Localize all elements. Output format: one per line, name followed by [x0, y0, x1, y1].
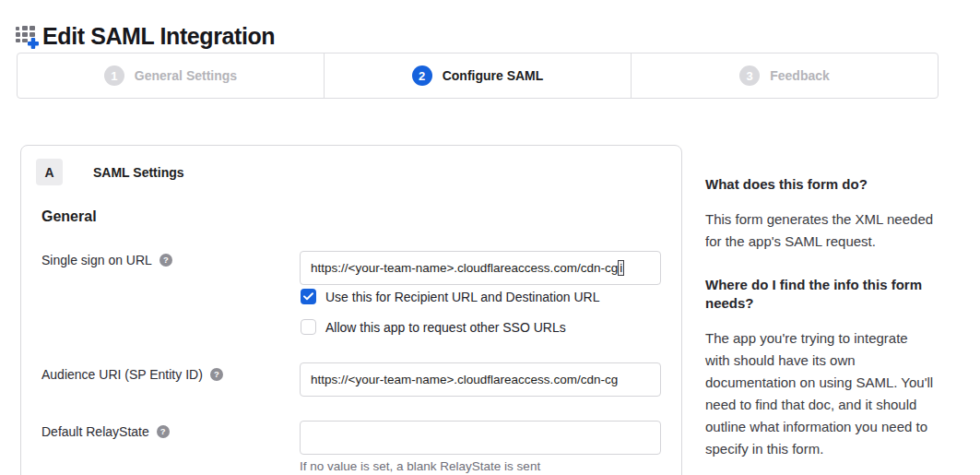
- relay-state-help-text: If no value is set, a blank RelayState i…: [300, 459, 540, 473]
- other-sso-checkbox-row[interactable]: Allow this app to request other SSO URLs: [301, 319, 566, 335]
- unchecked-checkbox-icon[interactable]: [301, 319, 316, 335]
- sidebar-answer-1: This form generates the XML needed for t…: [705, 208, 936, 253]
- text-cursor: i: [618, 260, 624, 276]
- sidebar-question-1: What does this form do?: [705, 175, 936, 194]
- section-badge: A: [36, 159, 63, 185]
- help-icon[interactable]: ?: [157, 425, 170, 438]
- sidebar-question-2: Where do I find the info this form needs…: [705, 276, 936, 313]
- step-general-settings[interactable]: 1 General Settings: [18, 53, 325, 98]
- help-icon[interactable]: ?: [159, 254, 172, 267]
- help-icon[interactable]: ?: [210, 368, 223, 381]
- audience-uri-input[interactable]: [300, 362, 661, 397]
- step-number-badge: 1: [104, 65, 124, 86]
- saml-settings-panel: A SAML Settings General Single sign on U…: [20, 145, 682, 475]
- step-configure-saml[interactable]: 2 Configure SAML: [325, 53, 632, 98]
- section-title: SAML Settings: [93, 165, 184, 180]
- recipient-url-checkbox-label: Use this for Recipient URL and Destinati…: [325, 290, 600, 304]
- group-heading-general: General: [41, 208, 97, 225]
- step-label: General Settings: [135, 68, 237, 83]
- relay-state-label-text: Default RelayState: [41, 424, 149, 439]
- audience-uri-label: Audience URI (SP Entity ID) ?: [41, 367, 223, 382]
- recipient-url-checkbox-row[interactable]: Use this for Recipient URL and Destinati…: [301, 289, 600, 304]
- page-title: Edit SAML Integration: [42, 23, 275, 50]
- sso-url-label: Single sign on URL ?: [41, 253, 172, 267]
- step-number-badge: 2: [412, 65, 432, 86]
- other-sso-checkbox-label: Allow this app to request other SSO URLs: [325, 320, 566, 335]
- checked-checkbox-icon[interactable]: [301, 289, 316, 304]
- sso-url-input[interactable]: https://<your-team-name>.cloudflareacces…: [300, 251, 661, 285]
- step-label: Feedback: [770, 68, 830, 83]
- step-feedback[interactable]: 3 Feedback: [632, 53, 938, 98]
- relay-state-label: Default RelayState ?: [41, 424, 170, 439]
- step-number-badge: 3: [739, 65, 760, 86]
- wizard-stepper: 1 General Settings 2 Configure SAML 3 Fe…: [17, 53, 939, 99]
- step-label: Configure SAML: [443, 68, 544, 83]
- sidebar-answer-2: The app you're trying to integrate with …: [705, 327, 936, 460]
- help-sidebar: What does this form do? This form genera…: [705, 175, 936, 475]
- app-grid-plus-icon: [15, 23, 40, 50]
- sso-url-value: https://<your-team-name>.cloudflareacces…: [311, 261, 618, 275]
- audience-uri-label-text: Audience URI (SP Entity ID): [41, 367, 203, 382]
- sso-url-label-text: Single sign on URL: [41, 253, 152, 267]
- relay-state-input[interactable]: [300, 421, 661, 455]
